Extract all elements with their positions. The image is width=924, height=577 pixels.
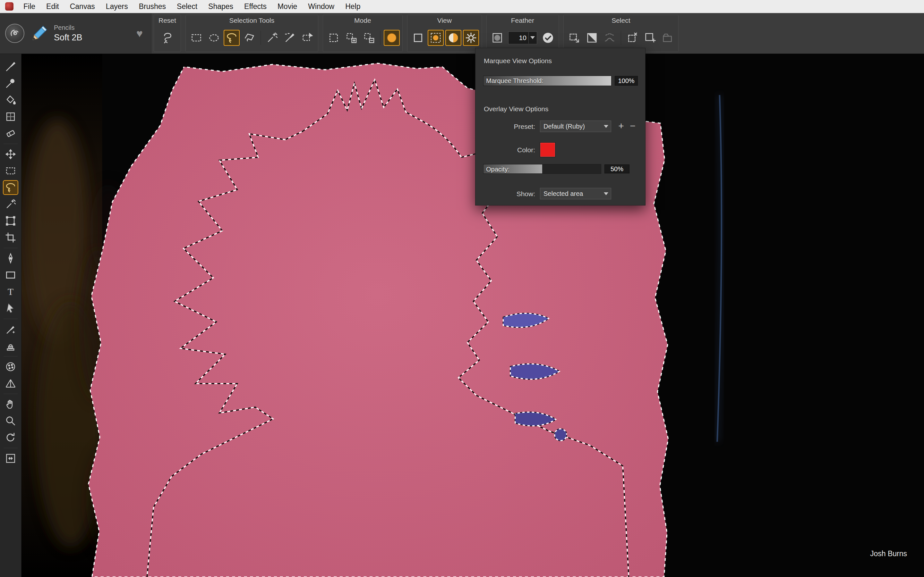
transform-selection-button[interactable] [566, 30, 582, 46]
section-feather-label: Feather [487, 15, 559, 24]
menu-canvas[interactable]: Canvas [65, 0, 100, 13]
property-bar: Pencils Soft 2B ♥ Reset Selection Tools … [0, 13, 924, 54]
section-reset-label: Reset [154, 15, 181, 24]
menu-select[interactable]: Select [171, 0, 203, 13]
magic-wand-button[interactable] [264, 30, 280, 46]
section-view: View [407, 15, 482, 52]
section-select-label: Select [564, 15, 678, 24]
tool-shape-select[interactable] [2, 300, 19, 316]
menu-edit[interactable]: Edit [41, 0, 65, 13]
marquee-threshold-slider[interactable]: Marquee Threshold: [483, 76, 612, 86]
menu-file[interactable]: File [18, 0, 41, 13]
preset-value: Default (Ruby) [543, 123, 585, 130]
load-selection-button[interactable] [660, 30, 676, 46]
divider [380, 31, 381, 45]
save-selection-button[interactable] [642, 30, 658, 46]
opacity-slider[interactable]: Opacity: [483, 164, 601, 174]
tool-perspective[interactable] [2, 376, 19, 392]
feather-dropdown-button[interactable] [528, 32, 537, 44]
preset-select[interactable]: Default (Ruby) [540, 121, 611, 132]
invert-selection-button[interactable] [584, 30, 600, 46]
oval-selection-button[interactable] [206, 30, 222, 46]
section-mode: Mode [323, 15, 403, 52]
menu-movie[interactable]: Movie [272, 0, 302, 13]
stroke-selection-button[interactable] [602, 30, 618, 46]
convert-to-shape-button[interactable] [624, 30, 640, 46]
show-value: Selected area [543, 190, 583, 197]
menu-window[interactable]: Window [302, 0, 340, 13]
tool-rect-shape[interactable] [2, 267, 19, 283]
add-preset-button[interactable]: + [617, 121, 626, 131]
overlay-options-title: Overlay View Options [484, 105, 549, 113]
menu-help[interactable]: Help [340, 0, 366, 13]
tool-dropper[interactable] [2, 75, 19, 91]
tool-transform[interactable] [2, 213, 19, 229]
overlay-view-button[interactable] [445, 30, 461, 46]
new-selection-mode-button[interactable] [326, 30, 342, 46]
canvas-area[interactable] [21, 54, 924, 577]
opacity-value[interactable]: 50% [604, 164, 630, 173]
marquee-threshold-label: Marquee Threshold: [486, 76, 543, 85]
tool-rect-select[interactable] [2, 163, 19, 179]
reset-tool-button[interactable] [159, 30, 175, 46]
tool-cloner[interactable] [2, 338, 19, 354]
apply-feather-button[interactable] [540, 30, 556, 46]
tool-lasso[interactable] [3, 180, 18, 195]
panel-title: Marquee View Options [484, 57, 552, 65]
tool-fit-to-window[interactable] [2, 450, 19, 466]
opacity-label: Opacity: [486, 164, 509, 174]
remove-preset-button[interactable]: − [628, 121, 637, 131]
artist-credit: Josh Burns [870, 550, 907, 558]
chevron-down-icon [604, 192, 608, 195]
section-reset: Reset [153, 15, 181, 52]
adjust-selection-button[interactable] [299, 30, 315, 46]
divider [3, 143, 18, 144]
feather-value-input[interactable] [509, 32, 528, 44]
view-options-gear-button[interactable] [463, 30, 479, 46]
brush-variant-label[interactable]: Soft 2B [54, 33, 82, 43]
show-marquee-button[interactable] [428, 30, 444, 46]
app-logo-icon[interactable] [5, 2, 13, 11]
tool-layer-adjuster[interactable] [2, 146, 19, 162]
selection-brush-button[interactable] [282, 30, 298, 46]
subtract-selection-mode-button[interactable] [361, 30, 377, 46]
polygon-selection-button[interactable] [241, 30, 257, 46]
menu-layers[interactable]: Layers [100, 0, 134, 13]
tool-text[interactable] [2, 284, 19, 300]
tool-magic-wand[interactable] [2, 196, 19, 212]
menu-brushes[interactable]: Brushes [134, 0, 171, 13]
tool-palette [0, 54, 21, 577]
tool-magnifier[interactable] [2, 413, 19, 429]
chevron-down-icon [604, 125, 608, 128]
marquee-threshold-value[interactable]: 100% [615, 76, 638, 85]
divider [260, 31, 261, 45]
lasso-selection-button[interactable] [224, 30, 240, 46]
brush-category-label: Pencils [54, 24, 82, 31]
canvas-artwork [21, 54, 924, 577]
tool-rotate-page[interactable] [2, 430, 19, 446]
favorite-heart-icon[interactable]: ♥ [136, 27, 143, 40]
menu-shapes[interactable]: Shapes [203, 0, 239, 13]
tool-paper-selector[interactable] [2, 109, 19, 125]
brush-category-icon[interactable] [29, 23, 50, 44]
brush-library-button[interactable] [5, 24, 24, 43]
menu-effects[interactable]: Effects [239, 0, 272, 13]
tool-crop[interactable] [2, 229, 19, 245]
tool-smart-stroke[interactable] [2, 321, 19, 337]
marquee-view-options-panel: Marquee View Options Marquee Threshold: … [475, 48, 646, 205]
section-selection-tools-label: Selection Tools [186, 15, 318, 24]
section-view-label: View [407, 15, 481, 24]
add-selection-mode-button[interactable] [343, 30, 359, 46]
tool-grabber-hand[interactable] [2, 396, 19, 412]
hide-marquee-button[interactable] [410, 30, 426, 46]
overlay-color-swatch[interactable] [540, 142, 556, 157]
tool-brush[interactable] [2, 59, 19, 75]
tool-mixer-dropper[interactable] [2, 359, 19, 375]
show-select[interactable]: Selected area [540, 188, 611, 199]
antialias-toggle-button[interactable] [384, 30, 400, 46]
preset-label: Preset: [484, 123, 535, 131]
tool-paint-bucket[interactable] [2, 92, 19, 108]
tool-eraser[interactable] [2, 125, 19, 141]
rect-selection-button[interactable] [188, 30, 204, 46]
tool-pen[interactable] [2, 250, 19, 266]
